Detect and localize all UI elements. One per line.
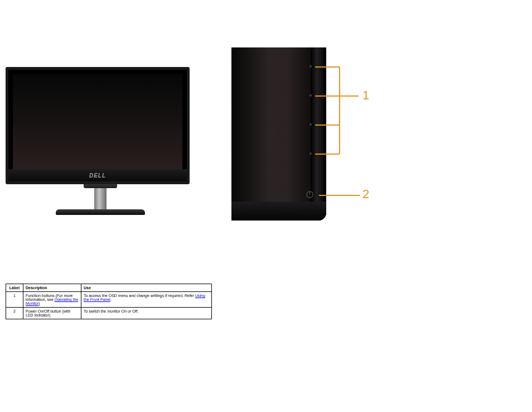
monitor-stand-base — [56, 209, 145, 215]
monitor-screen — [13, 74, 182, 170]
table-header-row: Label Description Use — [6, 284, 212, 292]
monitor-bezel: DELL — [6, 67, 190, 184]
cell-label: 1 — [6, 292, 23, 308]
monitor-chin: DELL — [8, 169, 187, 181]
cell-label: 2 — [6, 308, 23, 319]
power-button-icon — [306, 190, 314, 199]
function-button-3 — [309, 123, 312, 126]
cell-description: Function buttons (For more information, … — [23, 292, 81, 308]
figure-row: DELL 1 2 — [6, 47, 429, 221]
th-label: Label — [6, 284, 23, 292]
th-description: Description — [23, 284, 81, 292]
cell-use: To access the OSD menu and change settin… — [81, 292, 212, 308]
desc-text-after: ) — [38, 301, 40, 305]
function-button-2 — [309, 94, 312, 97]
callout-label-2: 2 — [362, 187, 369, 202]
table-row: 2 Power On/Off button (with LED indicato… — [6, 308, 212, 319]
th-use: Use — [81, 284, 212, 292]
table-row: 1 Function buttons (For more information… — [6, 292, 212, 308]
monitor-hinge — [84, 184, 117, 188]
use-text-after: . — [110, 298, 112, 301]
monitor-front-view: DELL — [6, 67, 195, 215]
cell-use: To switch the monitor On or Off. — [81, 308, 212, 319]
monitor-stand-neck — [94, 188, 107, 209]
callout-line-2 — [319, 191, 362, 199]
function-button-1 — [309, 65, 312, 68]
function-button-4 — [309, 152, 312, 155]
cell-description: Power On/Off button (with LED indicator) — [23, 308, 81, 319]
bezel-bottom-edge — [231, 202, 326, 221]
callout-label-1: 1 — [362, 88, 369, 103]
parts-table: Label Description Use 1 Function buttons… — [6, 284, 212, 319]
callout-bracket-1 — [315, 63, 361, 158]
use-text: To access the OSD menu and change settin… — [84, 294, 195, 298]
brand-logo: DELL — [89, 173, 106, 179]
bezel-closeup — [231, 47, 326, 221]
